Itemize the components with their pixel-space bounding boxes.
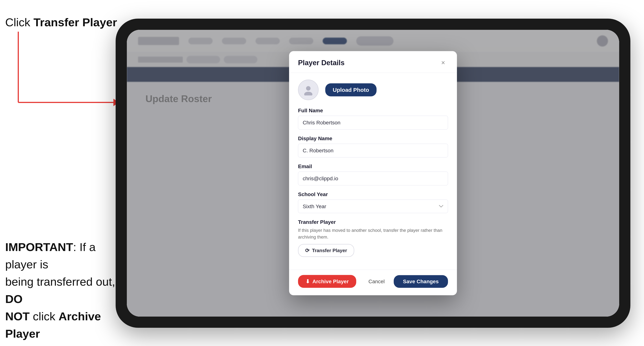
school-year-label: School Year <box>298 191 448 197</box>
transfer-player-button[interactable]: ⟳ Transfer Player <box>298 244 354 257</box>
transfer-icon: ⟳ <box>305 247 310 254</box>
instruction-top: Click Transfer Player <box>5 15 117 30</box>
full-name-input[interactable] <box>298 116 448 130</box>
email-label: Email <box>298 164 448 170</box>
transfer-section-title: Transfer Player <box>298 219 448 225</box>
transfer-section: Transfer Player If this player has moved… <box>298 219 448 257</box>
modal-title: Player Details <box>298 59 344 67</box>
save-changes-button[interactable]: Save Changes <box>394 275 448 288</box>
cancel-button[interactable]: Cancel <box>364 275 388 288</box>
instruction-bottom: IMPORTANT: If a player is being transfer… <box>5 238 124 342</box>
player-details-modal: Player Details × Upload Photo <box>289 51 457 295</box>
modal-header: Player Details × <box>289 51 457 73</box>
archive-icon: ⬇ <box>306 278 310 285</box>
full-name-group: Full Name <box>298 108 448 130</box>
full-name-label: Full Name <box>298 108 448 114</box>
school-year-group: School Year Sixth Year First Year Second… <box>298 191 448 213</box>
display-name-input[interactable] <box>298 144 448 158</box>
tablet-device: Update Roster Player Details × <box>116 19 630 328</box>
svg-point-3 <box>306 86 310 91</box>
upload-photo-button[interactable]: Upload Photo <box>325 83 376 96</box>
archive-btn-label: Archive Player <box>312 278 349 284</box>
school-year-select[interactable]: Sixth Year First Year Second Year Third … <box>298 200 448 213</box>
avatar <box>298 80 318 100</box>
modal-close-button[interactable]: × <box>438 58 448 68</box>
modal-body: Upload Photo Full Name Display Name Emai… <box>289 73 457 270</box>
email-group: Email <box>298 164 448 185</box>
display-name-group: Display Name <box>298 136 448 158</box>
archive-player-button[interactable]: ⬇ Archive Player <box>298 275 356 288</box>
modal-footer: ⬇ Archive Player Cancel Save Changes <box>289 270 457 295</box>
transfer-description: If this player has moved to another scho… <box>298 227 448 240</box>
display-name-label: Display Name <box>298 136 448 142</box>
email-input[interactable] <box>298 172 448 185</box>
transfer-btn-label: Transfer Player <box>312 248 347 253</box>
tablet-screen: Update Roster Player Details × <box>127 30 619 317</box>
avatar-row: Upload Photo <box>298 80 448 100</box>
footer-right-actions: Cancel Save Changes <box>364 275 448 288</box>
svg-point-4 <box>304 92 312 96</box>
annotation-arrow <box>9 30 124 110</box>
